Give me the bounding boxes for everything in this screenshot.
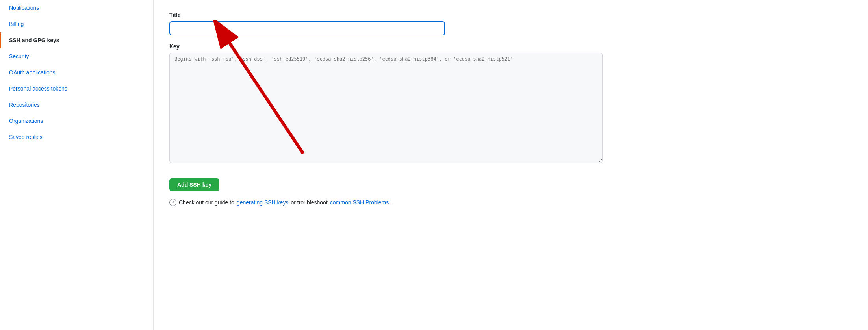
sidebar-item-saved-replies[interactable]: Saved replies [0,129,153,145]
sidebar-link-organizations[interactable]: Organizations [1,113,153,129]
sidebar-link-repositories[interactable]: Repositories [1,97,153,113]
sidebar-item-ssh-gpg-keys[interactable]: SSH and GPG keys [0,32,153,48]
sidebar-item-security[interactable]: Security [0,48,153,65]
sidebar-item-notifications[interactable]: Notifications [0,0,153,16]
sidebar-link-personal-access-tokens[interactable]: Personal access tokens [1,81,153,97]
sidebar-item-personal-access-tokens[interactable]: Personal access tokens [0,81,153,97]
ssh-key-form: Title Key Add SSH key ? Check out our gu… [169,12,847,206]
key-textarea[interactable] [169,53,603,163]
sidebar-link-notifications[interactable]: Notifications [1,0,153,16]
sidebar-link-saved-replies[interactable]: Saved replies [1,129,153,145]
help-middle: or troubleshoot [291,199,327,206]
add-ssh-key-button[interactable]: Add SSH key [169,178,219,191]
sidebar-nav: Notifications Billing SSH and GPG keys S… [0,0,153,145]
key-form-group: Key [169,43,847,164]
common-ssh-problems-link[interactable]: common SSH Problems [330,199,389,206]
title-label: Title [169,12,847,18]
sidebar-link-oauth-applications[interactable]: OAuth applications [1,65,153,81]
help-prefix: Check out our guide to [179,199,234,206]
help-suffix: . [391,199,393,206]
sidebar-item-oauth-applications[interactable]: OAuth applications [0,65,153,81]
title-input[interactable] [169,21,445,35]
sidebar-link-ssh-gpg-keys[interactable]: SSH and GPG keys [1,32,153,48]
help-icon: ? [169,199,176,206]
sidebar-item-organizations[interactable]: Organizations [0,113,153,129]
sidebar-item-repositories[interactable]: Repositories [0,97,153,113]
sidebar-item-billing[interactable]: Billing [0,16,153,32]
sidebar-link-security[interactable]: Security [1,48,153,65]
help-text: ? Check out our guide to generating SSH … [169,199,847,206]
key-label: Key [169,43,847,50]
sidebar: Notifications Billing SSH and GPG keys S… [0,0,154,330]
title-form-group: Title [169,12,847,35]
generating-ssh-keys-link[interactable]: generating SSH keys [237,199,289,206]
sidebar-link-billing[interactable]: Billing [1,16,153,32]
main-content: Title Key Add SSH key ? Check out our gu… [154,0,862,330]
